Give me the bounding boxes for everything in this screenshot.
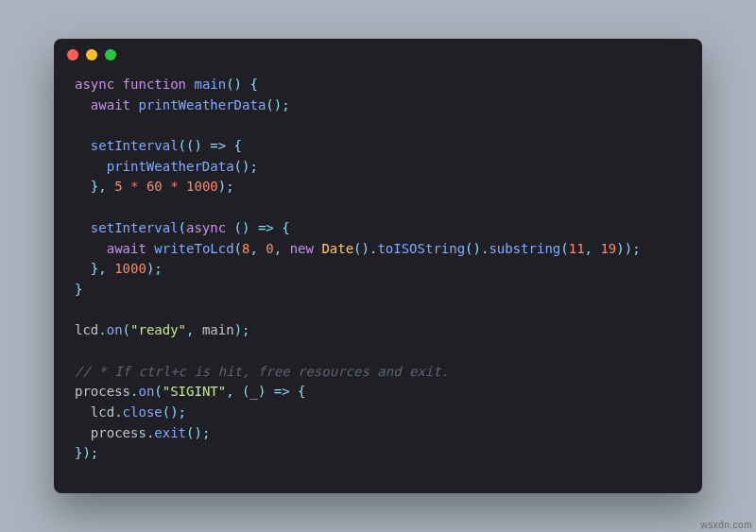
code-token-punc: ));: [616, 241, 640, 256]
code-token-kw: async: [186, 220, 226, 235]
code-token-kw: await: [91, 97, 130, 112]
code-token-fn: on: [138, 384, 154, 399]
code-token-punc: });: [75, 445, 98, 460]
code-token-punc: () => {: [234, 220, 290, 235]
window-titlebar: [54, 39, 702, 71]
code-token-id: _: [249, 384, 257, 399]
code-token-num: 60: [146, 179, 163, 194]
code-token-kw: await: [107, 241, 146, 256]
code-token-punc: (: [123, 322, 130, 337]
code-window: async function main() { await printWeath…: [54, 39, 702, 493]
code-token-punc: },: [91, 261, 114, 276]
code-token-punc: .: [114, 404, 122, 420]
code-token-fn: close: [123, 404, 163, 420]
code-token-id: main: [202, 322, 234, 337]
code-token-punc: ().: [353, 241, 377, 256]
code-token-punc: ) => {: [258, 384, 306, 399]
code-token-punc: ,: [585, 241, 601, 256]
code-token-punc: (: [234, 241, 242, 256]
code-token-op: *: [130, 179, 138, 194]
code-token-fn: substring: [489, 241, 560, 256]
code-token-id: process: [91, 425, 146, 440]
code-token-punc: (: [179, 220, 186, 235]
code-token-punc: {: [249, 77, 257, 92]
code-token-num: 1000: [186, 179, 218, 194]
maximize-icon[interactable]: [105, 49, 116, 60]
code-token-cmt: // * If ctrl+c is hit, free resources an…: [75, 364, 449, 379]
code-token-cls: Date: [321, 241, 353, 256]
code-token-str: "SIGINT": [163, 384, 226, 399]
code-token-punc: ();: [266, 97, 289, 112]
code-token-fn: exit: [154, 425, 186, 440]
code-token-kw: new: [290, 241, 314, 256]
code-token-num: 1000: [114, 261, 146, 276]
code-token-punc: (): [226, 77, 242, 92]
code-token-fn: printWeatherData: [138, 97, 266, 112]
code-token-punc: (: [560, 241, 568, 256]
code-token-punc: );: [218, 179, 234, 194]
code-token-id: process: [75, 384, 130, 399]
code-token-fn: setInterval: [91, 220, 179, 235]
code-token-punc: ,: [186, 322, 202, 337]
close-icon[interactable]: [67, 49, 78, 60]
code-token-punc: ,: [274, 241, 290, 256]
code-token-fn: on: [107, 322, 123, 337]
code-token-id: lcd: [91, 404, 114, 420]
code-token-id: lcd: [75, 322, 98, 337]
code-token-punc: (() => {: [179, 138, 242, 153]
code-token-punc: },: [91, 179, 114, 194]
code-token-punc: ();: [163, 404, 186, 420]
code-token-punc: ();: [234, 159, 258, 174]
page-canvas: async function main() { await printWeath…: [0, 0, 756, 532]
code-token-fn: setInterval: [91, 138, 179, 153]
minimize-icon[interactable]: [86, 49, 97, 60]
watermark-text: wsxdn.com: [700, 520, 752, 530]
code-token-punc: (: [154, 384, 162, 399]
code-token-punc: );: [234, 322, 250, 337]
code-token-punc: ,: [249, 241, 266, 256]
code-token-punc: );: [146, 261, 163, 276]
code-token-punc: }: [75, 282, 82, 297]
code-token-punc: ().: [465, 241, 489, 256]
code-token-kw: function: [123, 77, 186, 92]
code-token-op: *: [170, 179, 178, 194]
code-token-num: 11: [569, 241, 585, 256]
code-token-fn: main: [194, 77, 226, 92]
code-token-fn: toISOString: [377, 241, 465, 256]
code-token-punc: , (: [226, 384, 249, 399]
code-token-num: 19: [600, 241, 616, 256]
code-block: async function main() { await printWeath…: [54, 71, 702, 493]
code-token-punc: ();: [186, 425, 210, 440]
code-token-num: 0: [266, 241, 273, 256]
code-token-punc: .: [98, 322, 106, 337]
code-token-str: "ready": [130, 322, 186, 337]
code-token-fn: printWeatherData: [107, 159, 234, 174]
code-token-kw: async: [75, 77, 114, 92]
code-token-num: 5: [114, 179, 122, 194]
code-token-fn: writeToLcd: [154, 241, 233, 256]
